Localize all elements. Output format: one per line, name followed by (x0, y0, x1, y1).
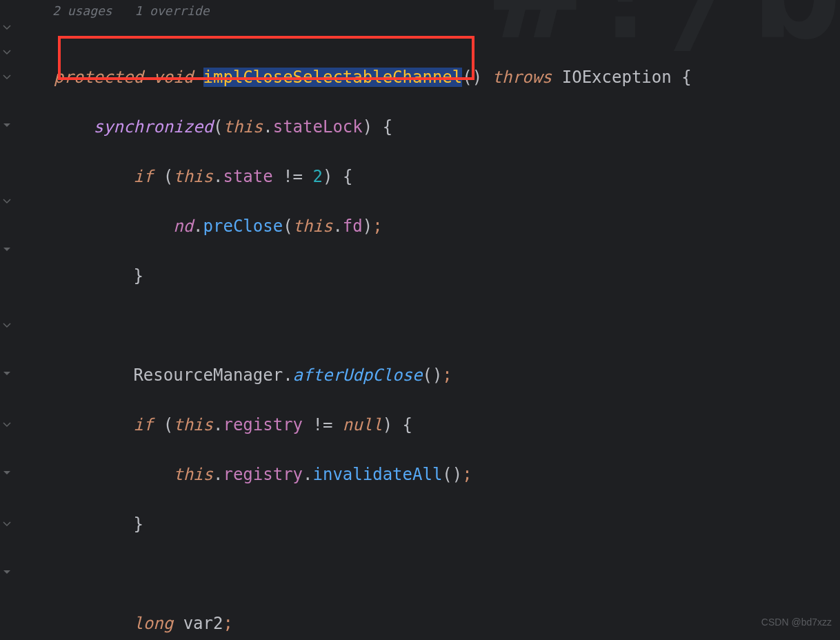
code-line[interactable]: nd.preClose(this.fd); (14, 214, 840, 239)
code-line[interactable]: if (this.state != 2) { (14, 164, 840, 189)
fold-icon[interactable] (3, 370, 11, 378)
code-line[interactable]: long var2; (14, 611, 840, 636)
csdn-watermark: CSDN @bd7xzz (761, 610, 832, 634)
code-line[interactable]: } (14, 512, 840, 537)
fold-icon[interactable] (3, 520, 11, 528)
fold-icon[interactable] (3, 321, 11, 330)
fold-icon[interactable] (3, 469, 11, 477)
code-line[interactable] (14, 313, 840, 338)
code-editor[interactable]: protected void implCloseSelectableChanne… (14, 0, 840, 640)
code-line[interactable]: this.registry.invalidateAll(); (14, 462, 840, 487)
fold-icon[interactable] (3, 421, 11, 429)
fold-icon[interactable] (3, 568, 11, 577)
code-line[interactable]: protected void implCloseSelectableChanne… (14, 65, 840, 90)
code-line[interactable]: if (this.registry != null) { (14, 412, 840, 437)
method-declaration: implCloseSelectableChannel (203, 68, 463, 87)
fold-icon[interactable] (3, 48, 11, 57)
gutter (0, 0, 14, 640)
fold-icon[interactable] (3, 246, 11, 254)
fold-icon[interactable] (3, 197, 11, 206)
fold-icon[interactable] (3, 121, 11, 130)
fold-icon[interactable] (3, 23, 11, 32)
code-line[interactable]: ResourceManager.afterUdpClose(); (14, 363, 840, 388)
code-line[interactable]: } (14, 263, 840, 288)
code-line[interactable]: synchronized(this.stateLock) { (14, 114, 840, 139)
code-line[interactable] (14, 561, 840, 586)
fold-icon[interactable] (3, 73, 11, 81)
